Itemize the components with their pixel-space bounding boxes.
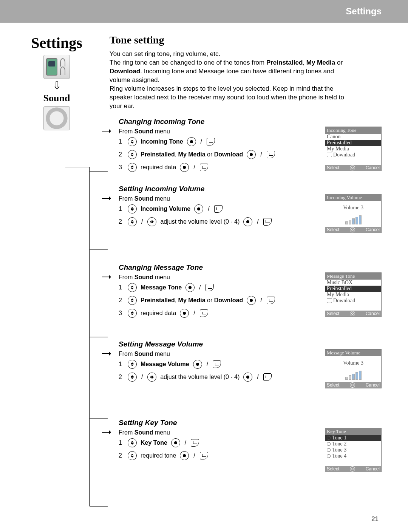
mock-volume-body: Volume 3	[325, 356, 381, 382]
center-key-icon	[180, 163, 189, 172]
intro-text: You can set ring tone, ring volume, etc.…	[110, 50, 351, 111]
speaker-icon	[43, 106, 70, 130]
soft-right: Cancel	[366, 227, 380, 232]
radio-icon	[327, 454, 331, 458]
step-num: 2	[119, 374, 124, 380]
tree-arrow-icon	[109, 430, 113, 435]
mock-volume-body: Volume 3	[325, 201, 381, 227]
center-key-icon	[247, 296, 256, 305]
step-num: 3	[119, 164, 124, 171]
step-text: Incoming Tone	[141, 138, 183, 145]
page-number: 21	[371, 515, 379, 523]
soft-mid-icon	[350, 311, 355, 316]
nav-updown-icon	[128, 204, 137, 213]
left-column: Settings ⇩ Sound	[26, 34, 87, 130]
t: menu	[153, 351, 170, 357]
tree-arrow-icon	[109, 129, 113, 133]
settings-icon	[43, 55, 70, 79]
mock-screen-key-tone: Key Tone Tone 1 Tone 2 Tone 3 Tone 4 Sel…	[325, 428, 382, 472]
soft-right: Cancel	[366, 466, 380, 472]
softkey-icon	[267, 151, 275, 158]
step-num: 1	[119, 284, 124, 291]
center-key-icon	[180, 451, 189, 460]
softkey-icon	[200, 164, 208, 171]
t: menu	[153, 429, 170, 436]
t: From	[119, 128, 134, 135]
t: ,	[175, 151, 178, 158]
step-text: adjust the volume level (0 - 4)	[160, 374, 240, 380]
step-text: required data	[141, 310, 176, 317]
section-title: Tone setting	[110, 34, 382, 46]
soft-mid-icon	[350, 382, 355, 388]
radio-icon	[327, 442, 331, 446]
slash: /	[207, 361, 208, 368]
header-title: Settings	[346, 6, 382, 17]
mock-screen-message-volume: Message Volume Volume 3 SelectCancel	[325, 349, 382, 388]
slash: /	[260, 297, 262, 304]
step-num: 1	[119, 439, 124, 446]
sub-title: Changing Message Tone	[119, 263, 382, 272]
soft-left: Select	[327, 165, 339, 170]
center-key-icon	[193, 360, 202, 369]
slash: /	[193, 310, 195, 317]
soft-mid-icon	[350, 227, 355, 232]
soft-left: Select	[327, 311, 339, 316]
t: menu	[153, 274, 170, 280]
step-text: Preinstalled, My Media or Download	[141, 297, 243, 304]
subsection-key-tone: Setting Key Tone From Sound menu 1Key To…	[110, 419, 382, 483]
volume-bars-icon	[325, 368, 381, 380]
nav-updown-icon	[128, 137, 137, 146]
mock-softbar: SelectCancel	[325, 311, 381, 317]
mock-softbar: SelectCancel	[325, 466, 381, 472]
step-num: 2	[119, 297, 124, 304]
softkey-icon	[191, 439, 199, 447]
step-text: required data	[141, 164, 176, 171]
mock-screen-incoming-tone: Incoming Tone Canon Preinstalled My Medi…	[325, 127, 382, 171]
mock-row-selected: Tone 1	[325, 435, 381, 441]
center-key-icon	[187, 137, 196, 146]
t: Tone 3	[332, 447, 346, 453]
mock-title: Key Tone	[325, 428, 381, 435]
t: Tone 4	[332, 453, 346, 459]
step-text: Incoming Volume	[141, 206, 190, 212]
step-text: adjust the volume level (0 - 4)	[160, 218, 240, 225]
slash: /	[260, 151, 262, 158]
t: Sound	[134, 195, 153, 202]
soft-right: Cancel	[366, 165, 380, 170]
sub-title: Setting Key Tone	[119, 419, 382, 427]
intro-line2b: . Incoming tone and Message tone can hav…	[110, 68, 334, 84]
step-num: 2	[119, 151, 124, 158]
slash: /	[257, 218, 258, 225]
mock-row: Music BOX	[325, 280, 381, 286]
soft-mid-icon	[350, 165, 355, 170]
t: Download	[214, 297, 243, 303]
t: From	[119, 274, 134, 280]
center-key-icon	[243, 373, 252, 382]
mock-row: Download	[325, 298, 381, 304]
slash: /	[208, 206, 209, 212]
t: Tone 2	[332, 441, 346, 447]
slash: /	[141, 374, 143, 380]
step-num: 1	[119, 138, 124, 145]
t: Sound	[134, 128, 153, 135]
mock-row: Tone 2	[325, 441, 381, 447]
nav-updown-icon	[128, 309, 137, 318]
softkey-icon	[263, 218, 272, 226]
nav-updown-icon	[128, 438, 137, 447]
subsection-incoming-volume: Setting Incoming Volume From Sound menu …	[110, 185, 382, 253]
intro-sep1: ,	[303, 59, 306, 66]
mock-softbar: SelectCancel	[325, 165, 381, 171]
softkey-icon	[200, 452, 208, 459]
nav-leftright-icon	[147, 217, 156, 226]
nav-leftright-icon	[147, 373, 156, 382]
t: menu	[153, 128, 170, 135]
volume-bars-icon	[325, 213, 381, 224]
mock-row-selected: Preinstalled	[325, 286, 381, 292]
t: Sound	[134, 429, 153, 436]
nav-updown-icon	[128, 296, 137, 305]
center-key-icon	[180, 309, 189, 318]
softkey-icon	[267, 297, 275, 304]
softkey-icon	[263, 373, 272, 381]
header-bar: Settings	[0, 0, 408, 23]
tree-arrow-icon	[109, 351, 113, 356]
